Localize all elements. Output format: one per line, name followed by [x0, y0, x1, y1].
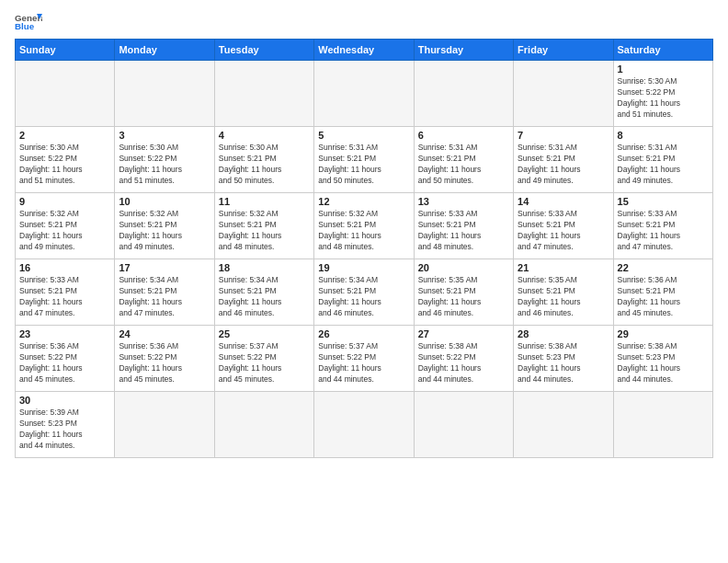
day-info: Sunrise: 5:32 AM Sunset: 5:21 PM Dayligh…	[219, 209, 310, 253]
logo: General Blue	[15, 11, 42, 33]
calendar-cell: 25Sunrise: 5:37 AM Sunset: 5:22 PM Dayli…	[214, 326, 313, 392]
day-number: 18	[219, 262, 310, 273]
day-info: Sunrise: 5:32 AM Sunset: 5:21 PM Dayligh…	[19, 209, 110, 253]
calendar-cell: 23Sunrise: 5:36 AM Sunset: 5:22 PM Dayli…	[16, 326, 115, 392]
day-number: 26	[318, 328, 409, 339]
day-number: 25	[219, 328, 310, 339]
calendar-cell: 9Sunrise: 5:32 AM Sunset: 5:21 PM Daylig…	[16, 193, 115, 259]
day-info: Sunrise: 5:36 AM Sunset: 5:22 PM Dayligh…	[119, 341, 210, 385]
day-number: 29	[618, 328, 709, 339]
day-number: 20	[418, 262, 509, 273]
calendar-header: SundayMondayTuesdayWednesdayThursdayFrid…	[16, 40, 713, 61]
week-row-5: 23Sunrise: 5:36 AM Sunset: 5:22 PM Dayli…	[16, 326, 713, 392]
day-info: Sunrise: 5:30 AM Sunset: 5:22 PM Dayligh…	[119, 143, 210, 187]
weekday-saturday: Saturday	[613, 40, 712, 61]
calendar-cell	[514, 392, 613, 458]
day-info: Sunrise: 5:30 AM Sunset: 5:21 PM Dayligh…	[219, 143, 310, 187]
day-info: Sunrise: 5:36 AM Sunset: 5:22 PM Dayligh…	[19, 341, 110, 385]
day-number: 11	[219, 196, 310, 207]
day-number: 14	[518, 196, 609, 207]
calendar-cell: 13Sunrise: 5:33 AM Sunset: 5:21 PM Dayli…	[414, 193, 513, 259]
calendar-cell: 14Sunrise: 5:33 AM Sunset: 5:21 PM Dayli…	[514, 193, 613, 259]
day-number: 21	[518, 262, 609, 273]
calendar-cell: 3Sunrise: 5:30 AM Sunset: 5:22 PM Daylig…	[115, 127, 214, 193]
calendar-cell: 8Sunrise: 5:31 AM Sunset: 5:21 PM Daylig…	[613, 127, 712, 193]
day-info: Sunrise: 5:37 AM Sunset: 5:22 PM Dayligh…	[219, 341, 310, 385]
day-info: Sunrise: 5:34 AM Sunset: 5:21 PM Dayligh…	[119, 275, 210, 319]
calendar-cell: 21Sunrise: 5:35 AM Sunset: 5:21 PM Dayli…	[514, 259, 613, 326]
day-info: Sunrise: 5:33 AM Sunset: 5:21 PM Dayligh…	[518, 209, 609, 253]
calendar-cell: 6Sunrise: 5:31 AM Sunset: 5:21 PM Daylig…	[414, 127, 513, 193]
day-info: Sunrise: 5:33 AM Sunset: 5:21 PM Dayligh…	[19, 275, 110, 319]
day-info: Sunrise: 5:32 AM Sunset: 5:21 PM Dayligh…	[318, 209, 409, 253]
calendar-cell	[115, 61, 214, 127]
calendar-cell: 11Sunrise: 5:32 AM Sunset: 5:21 PM Dayli…	[214, 193, 313, 259]
day-number: 2	[19, 130, 110, 141]
calendar-cell: 15Sunrise: 5:33 AM Sunset: 5:21 PM Dayli…	[613, 193, 712, 259]
calendar-cell	[16, 61, 115, 127]
calendar-cell: 20Sunrise: 5:35 AM Sunset: 5:21 PM Dayli…	[414, 259, 513, 326]
day-info: Sunrise: 5:31 AM Sunset: 5:21 PM Dayligh…	[418, 143, 509, 187]
day-info: Sunrise: 5:33 AM Sunset: 5:21 PM Dayligh…	[418, 209, 509, 253]
calendar-cell: 22Sunrise: 5:36 AM Sunset: 5:21 PM Dayli…	[613, 259, 712, 326]
calendar-cell: 26Sunrise: 5:37 AM Sunset: 5:22 PM Dayli…	[314, 326, 414, 392]
calendar-cell: 16Sunrise: 5:33 AM Sunset: 5:21 PM Dayli…	[16, 259, 115, 326]
day-info: Sunrise: 5:33 AM Sunset: 5:21 PM Dayligh…	[618, 209, 709, 253]
calendar-cell	[214, 392, 313, 458]
calendar-cell	[214, 61, 313, 127]
day-info: Sunrise: 5:38 AM Sunset: 5:23 PM Dayligh…	[618, 341, 709, 385]
calendar-cell: 24Sunrise: 5:36 AM Sunset: 5:22 PM Dayli…	[115, 326, 214, 392]
week-row-1: 1Sunrise: 5:30 AM Sunset: 5:22 PM Daylig…	[16, 61, 713, 127]
calendar-cell	[314, 61, 414, 127]
day-number: 1	[618, 63, 709, 75]
calendar-cell: 28Sunrise: 5:38 AM Sunset: 5:23 PM Dayli…	[514, 326, 613, 392]
weekday-monday: Monday	[115, 40, 214, 61]
day-number: 4	[219, 130, 310, 141]
day-number: 16	[19, 262, 110, 273]
calendar-cell: 4Sunrise: 5:30 AM Sunset: 5:21 PM Daylig…	[214, 127, 313, 193]
calendar-cell: 19Sunrise: 5:34 AM Sunset: 5:21 PM Dayli…	[314, 259, 414, 326]
calendar-cell	[414, 61, 513, 127]
calendar-cell: 18Sunrise: 5:34 AM Sunset: 5:21 PM Dayli…	[214, 259, 313, 326]
day-number: 17	[119, 262, 210, 273]
day-info: Sunrise: 5:38 AM Sunset: 5:22 PM Dayligh…	[418, 341, 509, 385]
logo-icon: General Blue	[15, 11, 42, 33]
day-number: 9	[19, 196, 110, 207]
calendar-cell: 27Sunrise: 5:38 AM Sunset: 5:22 PM Dayli…	[414, 326, 513, 392]
day-number: 30	[19, 395, 110, 406]
weekday-tuesday: Tuesday	[214, 40, 313, 61]
calendar-body: 1Sunrise: 5:30 AM Sunset: 5:22 PM Daylig…	[16, 61, 713, 458]
day-info: Sunrise: 5:30 AM Sunset: 5:22 PM Dayligh…	[618, 76, 709, 121]
weekday-friday: Friday	[514, 40, 613, 61]
day-number: 22	[618, 262, 709, 273]
calendar-cell	[613, 392, 712, 458]
day-info: Sunrise: 5:30 AM Sunset: 5:22 PM Dayligh…	[19, 143, 110, 187]
day-number: 3	[119, 130, 210, 141]
calendar-cell: 29Sunrise: 5:38 AM Sunset: 5:23 PM Dayli…	[613, 326, 712, 392]
day-info: Sunrise: 5:31 AM Sunset: 5:21 PM Dayligh…	[518, 143, 609, 187]
day-number: 24	[119, 328, 210, 339]
day-number: 19	[318, 262, 409, 273]
calendar-cell: 30Sunrise: 5:39 AM Sunset: 5:23 PM Dayli…	[16, 392, 115, 458]
week-row-6: 30Sunrise: 5:39 AM Sunset: 5:23 PM Dayli…	[16, 392, 713, 458]
day-number: 6	[418, 130, 509, 141]
day-info: Sunrise: 5:35 AM Sunset: 5:21 PM Dayligh…	[518, 275, 609, 319]
day-number: 12	[318, 196, 409, 207]
day-info: Sunrise: 5:36 AM Sunset: 5:21 PM Dayligh…	[618, 275, 709, 319]
page: General Blue SundayMondayTuesdayWednesda…	[0, 0, 728, 563]
day-number: 5	[318, 130, 409, 141]
day-number: 15	[618, 196, 709, 207]
day-info: Sunrise: 5:34 AM Sunset: 5:21 PM Dayligh…	[318, 275, 409, 319]
day-info: Sunrise: 5:32 AM Sunset: 5:21 PM Dayligh…	[119, 209, 210, 253]
day-number: 27	[418, 328, 509, 339]
calendar-cell	[514, 61, 613, 127]
day-number: 10	[119, 196, 210, 207]
day-info: Sunrise: 5:31 AM Sunset: 5:21 PM Dayligh…	[618, 143, 709, 187]
day-info: Sunrise: 5:34 AM Sunset: 5:21 PM Dayligh…	[219, 275, 310, 319]
day-number: 23	[19, 328, 110, 339]
week-row-3: 9Sunrise: 5:32 AM Sunset: 5:21 PM Daylig…	[16, 193, 713, 259]
day-info: Sunrise: 5:35 AM Sunset: 5:21 PM Dayligh…	[418, 275, 509, 319]
calendar-cell: 10Sunrise: 5:32 AM Sunset: 5:21 PM Dayli…	[115, 193, 214, 259]
day-info: Sunrise: 5:39 AM Sunset: 5:23 PM Dayligh…	[19, 408, 110, 452]
calendar-cell	[414, 392, 513, 458]
